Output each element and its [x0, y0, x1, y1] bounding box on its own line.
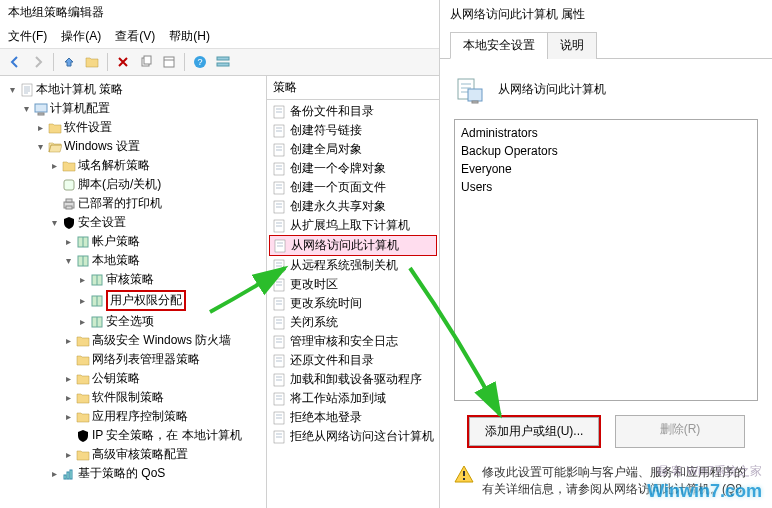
- folder-icon: [76, 410, 90, 424]
- menu-file[interactable]: 文件(F): [8, 28, 47, 45]
- tree-nlm-policies[interactable]: 网络列表管理器策略: [60, 350, 264, 369]
- policy-row[interactable]: 更改系统时间: [269, 294, 437, 313]
- back-icon[interactable]: [5, 52, 25, 72]
- tree-software-restriction[interactable]: ▸软件限制策略: [60, 388, 264, 407]
- tree-label: 软件设置: [64, 119, 112, 136]
- policy-heading: 从网络访问此计算机: [498, 81, 606, 98]
- expand-icon[interactable]: ▾: [62, 255, 74, 267]
- policy-row[interactable]: 更改时区: [269, 275, 437, 294]
- policy-row[interactable]: 还原文件和目录: [269, 351, 437, 370]
- menu-help[interactable]: 帮助(H): [169, 28, 210, 45]
- policy-icon: [454, 73, 486, 105]
- policy-row[interactable]: 拒绝从网络访问这台计算机: [269, 427, 437, 446]
- footer-note: 修改此设置可能影响与客户端、服务和应用程序的 有关详细信息，请参阅从网络访问此计…: [440, 456, 772, 508]
- tree-label: 帐户策略: [92, 233, 140, 250]
- principal-item[interactable]: Backup Operators: [461, 142, 751, 160]
- tree-deployed-printers[interactable]: 已部署的打印机: [46, 194, 264, 213]
- policy-row[interactable]: 创建永久共享对象: [269, 197, 437, 216]
- tree-local-policies[interactable]: ▾本地策略: [60, 251, 264, 270]
- tree-computer-config[interactable]: ▾ 计算机配置: [18, 99, 264, 118]
- tree-root[interactable]: ▾ 本地计算机 策略: [4, 80, 264, 99]
- policy-row[interactable]: 从网络访问此计算机: [269, 235, 437, 256]
- help-icon[interactable]: ?: [190, 52, 210, 72]
- tree-qos[interactable]: ▸基于策略的 QoS: [46, 464, 264, 483]
- tree-security-settings[interactable]: ▾安全设置: [46, 213, 264, 232]
- tree-ipsec[interactable]: IP 安全策略，在 本地计算机: [60, 426, 264, 445]
- policy-row[interactable]: 关闭系统: [269, 313, 437, 332]
- expand-icon[interactable]: ▾: [6, 84, 18, 96]
- principals-listbox[interactable]: AdministratorsBackup OperatorsEveryoneUs…: [454, 119, 758, 401]
- dialog-title: 从网络访问此计算机 属性: [440, 0, 772, 31]
- add-user-or-group-button[interactable]: 添加用户或组(U)...: [469, 417, 599, 446]
- warning-icon: [454, 464, 474, 484]
- policy-root-icon: [20, 83, 34, 97]
- up-icon[interactable]: [59, 52, 79, 72]
- policy-item-icon: [272, 354, 286, 368]
- tree-scripts[interactable]: 脚本(启动/关机): [46, 175, 264, 194]
- expand-icon[interactable]: ▾: [34, 141, 46, 153]
- policy-row[interactable]: 将工作站添加到域: [269, 389, 437, 408]
- principal-item[interactable]: Everyone: [461, 160, 751, 178]
- policy-row[interactable]: 创建符号链接: [269, 121, 437, 140]
- principal-item[interactable]: Administrators: [461, 124, 751, 142]
- tree-security-options[interactable]: ▸安全选项: [74, 312, 264, 331]
- menu-view[interactable]: 查看(V): [115, 28, 155, 45]
- forward-icon[interactable]: [28, 52, 48, 72]
- policy-list-header[interactable]: 策略: [267, 76, 439, 100]
- principal-item[interactable]: Users: [461, 178, 751, 196]
- tree-user-rights[interactable]: ▸用户权限分配: [74, 289, 264, 312]
- policy-row[interactable]: 从扩展坞上取下计算机: [269, 216, 437, 235]
- policy-list-pane[interactable]: 策略 备份文件和目录创建符号链接创建全局对象创建一个令牌对象创建一个页面文件创建…: [267, 76, 439, 508]
- tree-label: 脚本(启动/关机): [78, 176, 161, 193]
- tree-advanced-audit[interactable]: ▸高级审核策略配置: [60, 445, 264, 464]
- expand-icon[interactable]: ▸: [34, 122, 46, 134]
- tree-windows-settings[interactable]: ▾ Windows 设置: [32, 137, 264, 156]
- expand-icon[interactable]: ▾: [20, 103, 32, 115]
- tab-explain[interactable]: 说明: [547, 32, 597, 59]
- tree-app-control[interactable]: ▸应用程序控制策略: [60, 407, 264, 426]
- details-icon[interactable]: [213, 52, 233, 72]
- tree-name-resolution[interactable]: ▸域名解析策略: [46, 156, 264, 175]
- menu-action[interactable]: 操作(A): [61, 28, 101, 45]
- policy-row[interactable]: 创建一个页面文件: [269, 178, 437, 197]
- properties-icon[interactable]: [159, 52, 179, 72]
- svg-rect-34: [463, 478, 465, 480]
- policy-row[interactable]: 管理审核和安全日志: [269, 332, 437, 351]
- remove-button[interactable]: 删除(R): [615, 415, 745, 448]
- tree-label: 本地策略: [92, 252, 140, 269]
- tree-label: IP 安全策略，在 本地计算机: [92, 427, 242, 444]
- tree-public-key[interactable]: ▸公钥策略: [60, 369, 264, 388]
- tree-account-policies[interactable]: ▸帐户策略: [60, 232, 264, 251]
- policy-row-label: 还原文件和目录: [290, 352, 374, 369]
- book-icon: [90, 315, 104, 329]
- policy-row[interactable]: 拒绝本地登录: [269, 408, 437, 427]
- tree-audit-policy[interactable]: ▸审核策略: [74, 270, 264, 289]
- policy-row-label: 从远程系统强制关机: [290, 257, 398, 274]
- policy-row-label: 将工作站添加到域: [290, 390, 386, 407]
- policy-item-icon: [272, 316, 286, 330]
- folder-icon: [76, 353, 90, 367]
- tab-local-security[interactable]: 本地安全设置: [450, 32, 548, 59]
- toolbar: ?: [0, 49, 439, 76]
- policy-row[interactable]: 从远程系统强制关机: [269, 256, 437, 275]
- policy-row[interactable]: 备份文件和目录: [269, 102, 437, 121]
- copy-icon[interactable]: [136, 52, 156, 72]
- show-hide-tree-icon[interactable]: [82, 52, 102, 72]
- tree-software-settings[interactable]: ▸ 软件设置: [32, 118, 264, 137]
- window-title: 本地组策略编辑器: [0, 0, 439, 25]
- delete-icon[interactable]: [113, 52, 133, 72]
- folder-icon: [76, 334, 90, 348]
- policy-item-icon: [272, 162, 286, 176]
- svg-rect-32: [472, 101, 478, 103]
- tree-pane[interactable]: ▾ 本地计算机 策略 ▾ 计算机配置: [0, 76, 267, 508]
- policy-item-icon: [272, 200, 286, 214]
- policy-row[interactable]: 创建全局对象: [269, 140, 437, 159]
- tree-windows-firewall[interactable]: ▸高级安全 Windows 防火墙: [60, 331, 264, 350]
- computer-icon: [34, 102, 48, 116]
- policy-item-icon: [272, 373, 286, 387]
- policy-row-label: 从扩展坞上取下计算机: [290, 217, 410, 234]
- policy-row[interactable]: 创建一个令牌对象: [269, 159, 437, 178]
- group-policy-editor: 本地组策略编辑器 文件(F) 操作(A) 查看(V) 帮助(H) ?: [0, 0, 440, 508]
- expand-icon[interactable]: ▾: [48, 217, 60, 229]
- policy-row[interactable]: 加载和卸载设备驱动程序: [269, 370, 437, 389]
